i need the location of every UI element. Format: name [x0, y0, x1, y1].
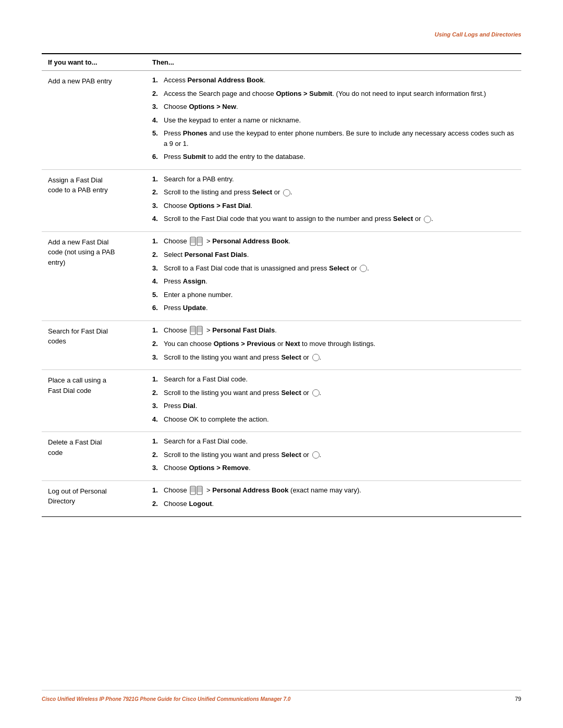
list-item: 5.Press Phones and use the keypad to ent…: [152, 128, 515, 149]
text-span: .: [212, 500, 214, 508]
action-cell: Delete a Fast Dial code: [42, 432, 146, 481]
header-section: Using Call Logs and Directories: [42, 31, 521, 38]
table-header-row: If you want to... Then...: [42, 54, 521, 71]
step-number: 3.: [152, 263, 164, 274]
list-item: 6.Press Update.: [152, 303, 515, 313]
bold-text: Personal Fast Dials: [212, 326, 275, 334]
step-content: Press Phones and use the keypad to enter…: [164, 128, 515, 149]
step-content: Choose Logout.: [164, 499, 515, 509]
step-number: 3.: [152, 352, 164, 363]
footer-left-text: Cisco Unified Wireless IP Phone 7921G Ph…: [42, 696, 290, 702]
step-content: Search for a PAB entry.: [164, 174, 515, 184]
steps-cell: 1.Search for a PAB entry.2.Scroll to the…: [146, 169, 521, 231]
bold-text: Personal Address Book: [212, 486, 288, 494]
step-content: Choose > Personal Address Book.: [164, 236, 515, 247]
text-span: >: [204, 326, 212, 334]
list-item: 2.Scroll to the listing and press Select…: [152, 187, 515, 198]
bold-text: Select: [393, 215, 413, 223]
list-item: 1.Choose > Personal Address Book (exact …: [152, 485, 515, 496]
step-number: 2.: [152, 339, 164, 349]
steps-list: 1.Search for a PAB entry.2.Scroll to the…: [152, 174, 515, 224]
main-table: If you want to... Then... Add a new PAB …: [42, 53, 521, 517]
step-number: 1.: [152, 485, 164, 496]
step-number: 3.: [152, 102, 164, 112]
text-span: Press: [164, 304, 183, 312]
steps-list: 1.Access Personal Address Book.2.Access …: [152, 75, 515, 162]
bold-text: Personal Address Book: [188, 76, 264, 84]
text-span: .: [264, 76, 266, 84]
step-content: Use the keypad to enter a name or nickna…: [164, 115, 515, 126]
list-item: 1.Search for a Fast Dial code.: [152, 436, 515, 447]
step-content: Choose Options > New.: [164, 102, 515, 112]
bold-text: Personal Fast Dials: [185, 251, 247, 258]
list-item: 1.Search for a Fast Dial code.: [152, 374, 515, 385]
text-span: Choose: [164, 486, 189, 494]
step-content: Choose > Personal Fast Dials.: [164, 325, 515, 336]
action-cell: Search for Fast Dial codes: [42, 320, 146, 370]
text-span: or: [413, 215, 423, 223]
step-content: Press Dial.: [164, 401, 515, 411]
text-span: Choose: [164, 237, 189, 245]
text-span: to complete the action.: [199, 415, 268, 423]
text-span: . (You do not need to input search infor…: [332, 90, 486, 97]
services-icon: [190, 485, 203, 496]
bold-text: Select: [329, 264, 349, 272]
step-content: Scroll to the listing you want and press…: [164, 450, 515, 460]
text-span: .: [288, 237, 290, 245]
text-span: to move through listings.: [300, 340, 375, 348]
step-number: 3.: [152, 463, 164, 473]
text-span: (exact name may vary).: [288, 486, 361, 494]
bold-text: Assign: [183, 277, 205, 285]
bold-text: Options > Submit: [276, 90, 332, 97]
text-span: Scroll to the listing you want and press: [164, 451, 281, 459]
text-span: .: [251, 202, 253, 209]
step-number: 6.: [152, 152, 164, 162]
step-content: Press Assign.: [164, 276, 515, 287]
steps-cell: 1.Search for a Fast Dial code.2.Scroll t…: [146, 432, 521, 481]
list-item: 1.Access Personal Address Book.: [152, 75, 515, 85]
step-number: 2.: [152, 250, 164, 260]
text-span: Choose: [164, 464, 189, 472]
list-item: 3.Choose Options > New.: [152, 102, 515, 112]
text-span: Search for a Fast Dial code.: [164, 437, 248, 445]
svg-rect-1: [191, 238, 195, 243]
text-span: Scroll to the Fast Dial code that you wa…: [164, 215, 393, 223]
list-item: 4.Use the keypad to enter a name or nick…: [152, 115, 515, 126]
step-content: Search for a Fast Dial code.: [164, 436, 515, 447]
steps-cell: 1.Choose > Personal Address Book (exact …: [146, 480, 521, 516]
text-span: .: [320, 389, 322, 397]
text-span: Scroll to a Fast Dial code that is unass…: [164, 264, 329, 272]
bold-text: Submit: [183, 153, 206, 161]
list-item: 1.Choose > Personal Fast Dials.: [152, 325, 515, 336]
text-span: >: [204, 486, 212, 494]
text-span: Scroll to the listing and press: [164, 188, 252, 196]
text-span: Scroll to the listing you want and press: [164, 353, 281, 361]
list-item: 4.Choose OK to complete the action.: [152, 414, 515, 425]
steps-cell: 1.Search for a Fast Dial code.2.Scroll t…: [146, 370, 521, 432]
step-number: 2.: [152, 450, 164, 460]
select-circle-icon: [312, 451, 320, 459]
step-number: 2.: [152, 499, 164, 509]
step-content: Choose Options > Fast Dial.: [164, 201, 515, 211]
text-span: Enter a phone number.: [164, 291, 232, 299]
text-span: Press: [164, 277, 183, 285]
text-span: .: [367, 264, 369, 272]
step-number: 2.: [152, 187, 164, 198]
col2-header: Then...: [146, 54, 521, 71]
table-row: Search for Fast Dial codes1.Choose > Per…: [42, 320, 521, 370]
action-cell: Assign a Fast Dial code to a PAB entry: [42, 169, 146, 231]
step-number: 1.: [152, 75, 164, 85]
table-row: Delete a Fast Dial code1.Search for a Fa…: [42, 432, 521, 481]
list-item: 1.Search for a PAB entry.: [152, 174, 515, 184]
list-item: 2.Scroll to the listing you want and pre…: [152, 388, 515, 398]
text-span: Choose: [164, 415, 189, 423]
select-circle-icon: [360, 265, 367, 272]
table-row: Log out of Personal Directory1.Choose > …: [42, 480, 521, 516]
steps-list: 1.Search for a Fast Dial code.2.Scroll t…: [152, 374, 515, 424]
svg-rect-3: [198, 238, 202, 243]
text-span: .: [249, 464, 251, 472]
text-span: .: [431, 215, 433, 223]
action-cell: Add a new PAB entry: [42, 71, 146, 170]
svg-rect-8: [198, 327, 202, 332]
text-span: or: [301, 353, 311, 361]
